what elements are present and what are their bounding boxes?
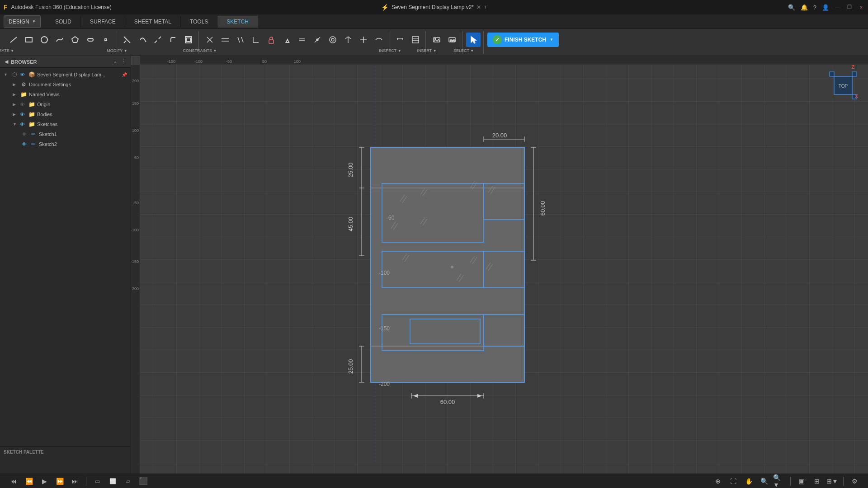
tool-circle[interactable] [37,33,52,47]
tree-label-origin: Origin [37,102,50,107]
eye-icon-sketches[interactable]: 👁 [20,122,26,127]
tool-concentric[interactable] [326,33,340,47]
playback-end-button[interactable]: ⏭ [69,476,81,487]
tree-item-named-views[interactable]: ▶ 📁 Named Views [0,89,131,99]
tool-insert-image[interactable] [429,33,444,47]
tool-line[interactable] [6,33,21,47]
eye-icon-origin[interactable]: 👁 [20,102,26,107]
tool-point[interactable] [99,33,113,47]
eye-icon-sketch1[interactable]: 👁 [22,131,28,137]
browser-menu-icon[interactable]: ⋮ [121,59,126,65]
settings-button[interactable]: ⚙ [848,476,861,487]
maximize-button[interactable]: ❐ [846,4,853,10]
canvas-area[interactable]: -150 -100 -50 50 100 200 150 100 50 -50 … [131,56,868,474]
finish-sketch-button[interactable]: ✓ FINISH SKETCH ▼ [487,33,559,47]
zoom-button[interactable]: 🔍 [758,476,770,487]
tree-item-origin[interactable]: ▶ 👁 📁 Origin [0,99,131,109]
minimize-button[interactable]: — [835,4,841,10]
tool-rectangle[interactable] [22,33,36,47]
view-mode-button-3[interactable]: ▱ [122,476,134,487]
tool-perpendicular[interactable] [249,33,263,47]
dim-25-top-label: 25.00 [347,163,354,178]
svg-line-29 [345,37,348,39]
dim-60-right-label: 60.00 [539,201,546,216]
toolbar-group-select: SELECT ▼ [463,31,484,54]
tree-pin-icon[interactable]: 📌 [122,72,127,77]
tool-smooth[interactable] [372,33,386,47]
account-icon[interactable]: 👤 [822,4,829,11]
toolbar-group-constraints: △ CONSTRAINTS ▼ [200,31,389,54]
tool-measure[interactable] [393,33,407,47]
tool-zebra[interactable] [408,33,423,47]
view-mode-button-2[interactable]: ⬜ [106,476,119,487]
pan-button[interactable]: ✋ [742,476,755,487]
zoom-dropdown-button[interactable]: 🔍▼ [773,476,786,487]
playback-next-button[interactable]: ⏩ [53,476,66,487]
tool-parallel[interactable] [233,33,248,47]
close-tab-icon[interactable]: ✕ [476,4,481,10]
notification-icon[interactable]: 🔔 [801,4,808,11]
close-button[interactable]: × [858,4,864,10]
view-mode-button-1[interactable]: ▭ [91,476,104,487]
svg-point-25 [316,39,318,41]
inspect-group-label: INSPECT ▼ [373,48,408,53]
tab-solid[interactable]: SOLID [46,16,81,28]
tab-tools[interactable]: TOOLS [181,16,217,28]
orbit-button[interactable]: ⊕ [712,476,724,487]
tool-lock[interactable] [264,33,278,47]
playback-prev-button[interactable]: ⏪ [23,476,35,487]
eye-icon-bodies[interactable]: 👁 [20,112,26,117]
tree-item-sketch1[interactable]: 👁 ✏ Sketch1 [0,129,131,139]
tool-fix[interactable] [341,33,355,47]
eye-icon-root[interactable]: 👁 [20,72,26,77]
tab-surface[interactable]: SURFACE [81,16,125,28]
browser-header: ◀ BROWSER + ⋮ [0,56,131,68]
browser-tree: ▼ ⬡ 👁 📦 Seven Segment Display Lam... 📌 ▶… [0,68,131,446]
tool-select[interactable] [466,33,481,47]
tree-label-named-views: Named Views [29,92,60,97]
tool-spline[interactable] [52,33,67,47]
tab-sketch[interactable]: SKETCH [217,16,258,28]
grid-button[interactable]: ⊞ [811,476,823,487]
fit-button[interactable]: ⛶ [727,476,740,487]
label-n150: -150 [379,325,390,332]
tool-equal[interactable] [295,33,309,47]
tool-coincident[interactable] [203,33,217,47]
insert-group-label: INSERT ▼ [409,48,444,53]
tab-sheet-metal[interactable]: SHEET METAL [125,16,181,28]
tool-extend[interactable] [135,33,150,47]
tree-item-sketch2[interactable]: 👁 ✏ Sketch2 [0,139,131,149]
search-icon[interactable]: 🔍 [788,4,795,11]
eye-icon-sketch2[interactable]: 👁 [22,141,28,147]
grid-dropdown-button[interactable]: ⊞▼ [826,476,839,487]
timeline-handle[interactable]: ⬛ [137,476,150,487]
help-icon[interactable]: ? [813,4,816,11]
svg-line-7 [124,41,126,43]
tree-item-sketches[interactable]: ▼ 👁 📁 Sketches [0,119,131,129]
tool-break[interactable] [151,33,165,47]
browser-back-icon[interactable]: ◀ [5,59,8,65]
tree-label-doc-settings: Document Settings [29,82,71,87]
tree-item-root[interactable]: ▼ ⬡ 👁 📦 Seven Segment Display Lam... 📌 [0,70,131,80]
tool-polygon[interactable] [68,33,82,47]
display-mode-button[interactable]: ▣ [795,476,808,487]
tool-insert-svg[interactable]: SVG [445,33,459,47]
tree-item-bodies[interactable]: ▶ 👁 📁 Bodies [0,109,131,119]
playback-play-button[interactable]: ▶ [38,476,51,487]
tool-collinear[interactable] [218,33,232,47]
titlebar: F Autodesk Fusion 360 (Education License… [0,0,868,14]
tool-offset[interactable] [181,33,196,47]
tool-trim[interactable] [120,33,134,47]
tool-tangent[interactable]: △ [279,33,294,47]
new-tab-icon[interactable]: + [484,4,487,10]
playback-start-button[interactable]: ⏮ [7,476,20,487]
viewcube[interactable]: TOP Z X [827,70,854,97]
browser-expand-icon[interactable]: + [114,59,117,65]
tree-item-doc-settings[interactable]: ▶ ⚙ Document Settings [0,80,131,89]
design-dropdown[interactable]: DESIGN ▼ [4,15,41,28]
tool-slot[interactable] [83,33,98,47]
finish-sketch-label: FINISH SKETCH [505,37,546,43]
tool-midpoint[interactable] [310,33,325,47]
tool-fillet[interactable] [166,33,180,47]
tool-hv[interactable] [356,33,371,47]
